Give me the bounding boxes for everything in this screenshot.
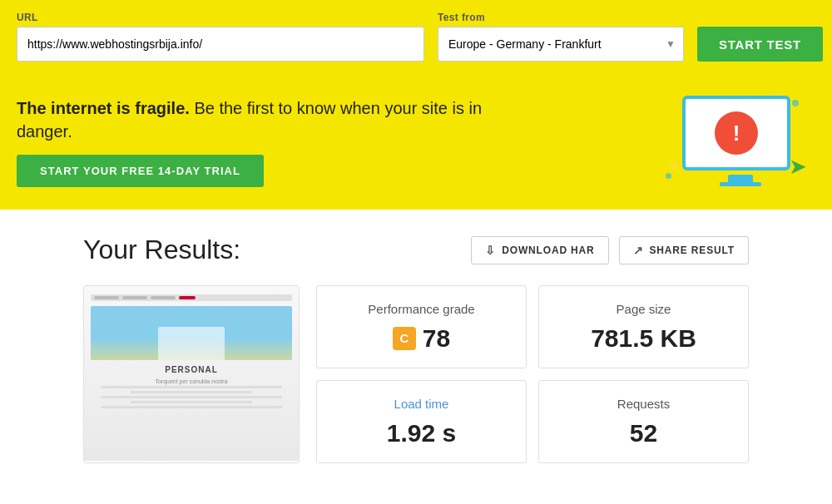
fake-hero-image — [91, 306, 292, 360]
share-result-button[interactable]: ↗ SHARE RESULT — [619, 236, 749, 264]
banner-headline-bold: The internet is fragile. — [17, 99, 190, 117]
toolbar-row: URL Test from Europe - Germany - Frankfu… — [17, 12, 815, 62]
screenshot-inner: PERSONAL Torquent per conubia nostra — [84, 286, 299, 461]
nav-dot — [122, 296, 147, 299]
results-actions: ⇩ DOWNLOAD HAR ↗ SHARE RESULT — [471, 236, 749, 264]
deco-circle-4 — [666, 173, 671, 179]
cursor-icon: ➤ — [789, 154, 807, 180]
download-har-button[interactable]: ⇩ DOWNLOAD HAR — [471, 236, 608, 264]
metric-card-requests: Requests 52 — [538, 380, 749, 463]
start-test-button[interactable]: START TEST — [697, 27, 823, 62]
test-from-field-group: Test from Europe - Germany - Frankfurt U… — [438, 12, 684, 62]
results-header: Your Results: ⇩ DOWNLOAD HAR ↗ SHARE RES… — [83, 235, 749, 265]
share-icon: ↗ — [633, 244, 644, 257]
fake-text-line-short — [131, 401, 251, 403]
grade-badge: C — [393, 327, 416, 350]
test-from-select[interactable]: Europe - Germany - Frankfurt US - Virgin… — [438, 27, 684, 62]
promo-banner: The internet is fragile. Be the first to… — [0, 77, 832, 210]
metric-label-requests: Requests — [617, 397, 670, 411]
metric-card-loadtime: Load time 1.92 s — [316, 380, 527, 463]
monitor-base — [720, 182, 761, 186]
nav-dot — [151, 296, 176, 299]
alert-circle: ! — [715, 111, 758, 155]
nav-dot — [94, 296, 119, 299]
toolbar: URL Test from Europe - Germany - Frankfu… — [0, 0, 832, 77]
monitor-body: ! — [682, 96, 790, 170]
url-field-group: URL — [17, 12, 424, 62]
test-from-label: Test from — [438, 12, 684, 23]
metric-card-pagesize: Page size 781.5 KB — [538, 285, 749, 368]
fake-nav-bar — [91, 294, 292, 301]
url-input[interactable] — [17, 27, 424, 62]
metric-label-loadtime: Load time — [394, 397, 449, 411]
metric-value-loadtime: 1.92 s — [387, 419, 456, 447]
page-size-value: 781.5 KB — [591, 324, 696, 353]
download-har-label: DOWNLOAD HAR — [502, 245, 594, 256]
fake-building — [158, 327, 225, 360]
deco-circle-3 — [670, 162, 678, 170]
metric-label-performance: Performance grade — [368, 302, 474, 316]
banner-cta-button[interactable]: START YOUR FREE 14-DAY TRIAL — [17, 155, 264, 187]
share-result-label: SHARE RESULT — [649, 245, 735, 256]
metrics-grid: Performance grade C 78 Page size 781.5 K… — [316, 285, 749, 463]
fake-text-line — [101, 406, 282, 408]
url-label: URL — [17, 12, 424, 23]
banner-text: The internet is fragile. Be the first to… — [17, 96, 532, 187]
fake-site-subtitle: Torquent per conubia nostra — [155, 378, 227, 386]
results-title: Your Results: — [83, 235, 240, 265]
metric-label-pagesize: Page size — [617, 302, 671, 316]
fake-text-line — [101, 386, 282, 388]
metric-value-requests: 52 — [630, 419, 657, 447]
nav-dot-accent — [179, 296, 196, 299]
results-section: Your Results: ⇩ DOWNLOAD HAR ↗ SHARE RES… — [0, 210, 832, 497]
results-grid: PERSONAL Torquent per conubia nostra Per… — [83, 285, 749, 463]
test-from-wrapper: Europe - Germany - Frankfurt US - Virgin… — [438, 27, 684, 62]
screenshot-panel: PERSONAL Torquent per conubia nostra — [83, 285, 300, 463]
requests-value: 52 — [630, 419, 657, 447]
metric-value-pagesize: 781.5 KB — [591, 324, 696, 353]
fake-text-line — [101, 396, 282, 398]
performance-score: 78 — [423, 324, 450, 353]
download-icon: ⇩ — [485, 244, 496, 257]
fake-site-title: PERSONAL — [165, 365, 218, 374]
banner-headline: The internet is fragile. Be the first to… — [17, 96, 532, 143]
metric-card-performance: Performance grade C 78 — [316, 285, 527, 368]
monitor-illustration: ! ➤ — [666, 91, 815, 191]
metric-value-performance: C 78 — [393, 324, 450, 353]
load-time-value: 1.92 s — [387, 419, 456, 447]
deco-circle-2 — [792, 100, 799, 106]
fake-text-line-short — [131, 391, 251, 393]
